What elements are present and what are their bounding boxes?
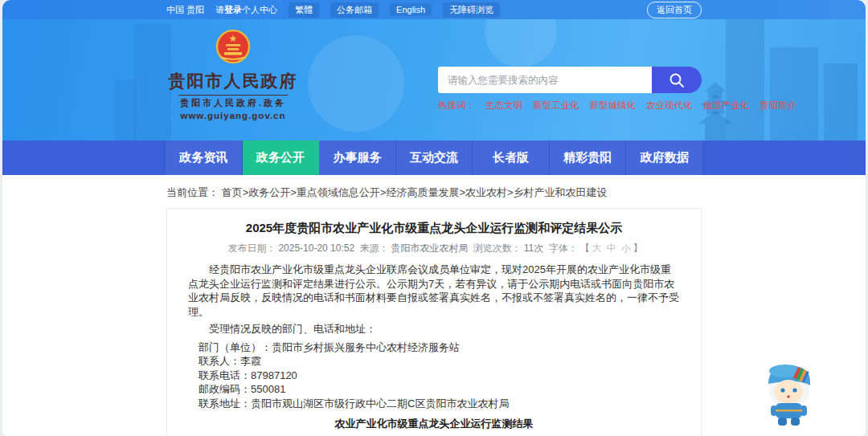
region-label: 中国 贵阳	[166, 4, 204, 16]
skyline-building	[115, 79, 136, 141]
official-mail-link[interactable]: 公务邮箱	[330, 2, 379, 18]
views-label: 浏览次数：	[473, 242, 522, 254]
hot-word[interactable]: 新型工业化	[533, 100, 579, 112]
hot-word[interactable]: 旅游产业化	[703, 100, 750, 112]
nav-item-hdjl[interactable]: 互动交流	[396, 141, 473, 175]
search-input[interactable]	[438, 67, 652, 93]
hot-word[interactable]: 生态文明	[485, 100, 522, 112]
article-meta: 发布日期：2025-10-20 10:52 来源：贵阳市农业农村局 浏览次数：1…	[188, 242, 680, 255]
site-window: 中国 贵阳 请登录个人中心 繁體 公务邮箱 English 无障碍浏览 返回首页	[2, 0, 866, 436]
detail-address: 联系地址：贵阳市观山湖区市级行政中心二期C区贵阳市农业农村局	[188, 397, 680, 411]
contact-details: 部门（单位）：贵阳市乡村振兴服务中心农村经济服务站 联系人：李霞 联系电话：87…	[188, 340, 680, 411]
font-size-label: 字体：	[549, 242, 578, 254]
bracket: 【	[580, 242, 590, 254]
table-caption: 农业产业化市级重点龙头企业运行监测结果	[188, 417, 680, 431]
english-link[interactable]: English	[390, 3, 432, 16]
nav-item-jcgy[interactable]: 精彩贵阳	[550, 141, 627, 175]
nav-item-bsfw[interactable]: 办事服务	[319, 141, 396, 175]
back-home-button[interactable]: 返回首页	[647, 2, 702, 18]
source-label: 来源：	[359, 242, 388, 254]
font-size-small-button[interactable]: 小	[621, 242, 631, 254]
font-size-large-button[interactable]: 大	[592, 242, 602, 254]
bracket: 】	[633, 242, 643, 254]
detail-postcode: 邮政编码：550081	[188, 382, 680, 397]
hot-search-words: 热搜词： 生态文明 新型工业化 新型城镇化 农业现代化 旅游产业化 贵阳简介	[438, 100, 702, 112]
site-subtitle: 贵阳市人民政府.政务	[166, 97, 300, 109]
traditional-chinese-link[interactable]: 繁體	[289, 2, 319, 18]
views-count: 11次	[524, 242, 543, 254]
article-paragraph: 受理情况反映的部门、电话和地址：	[188, 322, 680, 336]
article-paragraph: 经贵阳市农业产业化市级重点龙头企业联席会议成员单位审定，现对2025年开展的农业…	[188, 263, 680, 319]
search-block: 热搜词： 生态文明 新型工业化 新型城镇化 农业现代化 旅游产业化 贵阳简介	[438, 67, 702, 112]
site-url: www.guiyang.gov.cn	[166, 111, 300, 120]
hot-word[interactable]: 农业现代化	[646, 100, 693, 112]
source: 贵阳市农业农村局	[391, 242, 468, 254]
login-strong[interactable]: 登录	[224, 5, 242, 14]
hot-word[interactable]: 贵阳简介	[760, 100, 796, 112]
article-title: 2025年度贵阳市农业产业化市级重点龙头企业运行监测和评定结果公示	[188, 220, 680, 236]
breadcrumb-path[interactable]: 首页>政务公开>重点领域信息公开>经济高质量发展>农业农村>乡村产业和农田建设	[222, 186, 608, 198]
site-logo[interactable]: ★ 贵阳市人民政府 贵阳市人民政府.政务 www.guiyang.gov.cn	[166, 28, 300, 120]
detail-phone: 联系电话：87987120	[188, 369, 680, 383]
skyline-building	[770, 47, 818, 141]
breadcrumb: 当前位置： 首页>政务公开>重点领域信息公开>经济高质量发展>农业农村>乡村产业…	[166, 185, 702, 200]
top-utility-bar: 中国 贵阳 请登录个人中心 繁體 公务邮箱 English 无障碍浏览 返回首页	[2, 0, 866, 19]
mascot[interactable]	[763, 359, 816, 428]
accessibility-link[interactable]: 无障碍浏览	[443, 2, 500, 18]
main-nav: 政务资讯 政务公开 办事服务 互动交流 长者版 精彩贵阳 政府数据	[2, 141, 866, 175]
publish-date: 2025-10-20 10:52	[278, 242, 354, 254]
logo-divider	[178, 95, 288, 96]
content-area: 当前位置： 首页>政务公开>重点领域信息公开>经济高质量发展>农业农村>乡村产业…	[2, 175, 866, 436]
login-link[interactable]: 请登录个人中心	[215, 4, 277, 16]
skyline-building	[824, 63, 858, 141]
svg-text:★: ★	[229, 33, 238, 44]
nav-item-zwzx[interactable]: 政务资讯	[165, 141, 243, 175]
breadcrumb-label: 当前位置：	[166, 186, 219, 198]
article-card: 2025年度贵阳市农业产业化市级重点龙头企业运行监测和评定结果公示 发布日期：2…	[166, 208, 702, 436]
detail-contact-person: 联系人：李霞	[188, 354, 680, 369]
search-icon	[668, 71, 686, 89]
nav-item-zzb[interactable]: 长者版	[473, 141, 550, 175]
publish-date-label: 发布日期：	[227, 242, 276, 254]
hot-word[interactable]: 新型城镇化	[590, 100, 637, 112]
detail-department: 部门（单位）：贵阳市乡村振兴服务中心农村经济服务站	[188, 340, 680, 355]
nav-item-zfsj[interactable]: 政府数据	[626, 141, 703, 175]
hot-words-label: 热搜词：	[438, 100, 475, 112]
national-emblem-icon: ★	[215, 28, 251, 65]
search-button[interactable]	[652, 67, 702, 93]
header-banner: ★ 贵阳市人民政府 贵阳市人民政府.政务 www.guiyang.gov.cn	[2, 19, 866, 141]
nav-item-zwgk[interactable]: 政务公开	[243, 141, 320, 175]
font-size-medium-button[interactable]: 中	[607, 242, 616, 254]
site-name: 贵阳市人民政府	[166, 70, 300, 92]
